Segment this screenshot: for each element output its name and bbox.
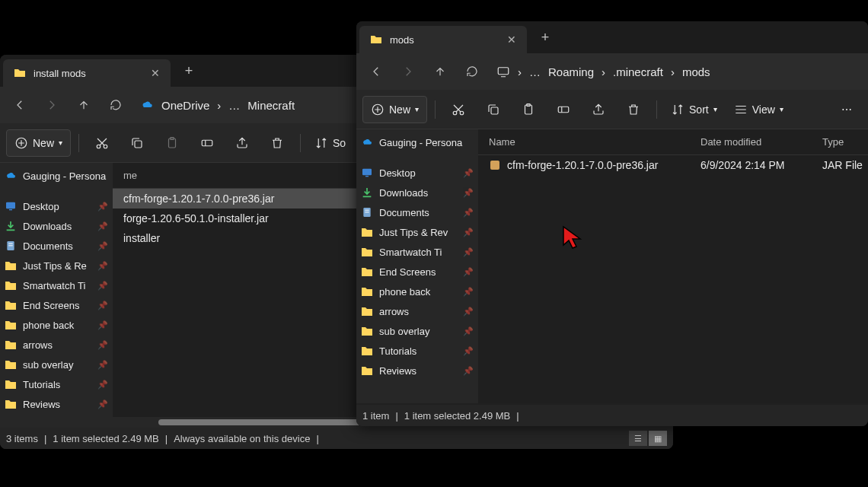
status-bar: 1 item| 1 item selected 2.49 MB| xyxy=(356,405,868,426)
rename-button[interactable] xyxy=(548,96,579,123)
column-type[interactable]: Type xyxy=(822,136,868,148)
folder-icon xyxy=(370,33,382,46)
sidebar-item[interactable]: Just Tips & Re📌 xyxy=(0,256,113,275)
pin-icon: 📌 xyxy=(463,168,474,178)
pin-icon: 📌 xyxy=(463,287,474,297)
cut-button[interactable] xyxy=(443,96,474,123)
refresh-button[interactable] xyxy=(101,90,131,120)
svg-rect-7 xyxy=(6,202,15,209)
breadcrumb[interactable]: › … Roaming › .minecraft › mods xyxy=(496,65,710,78)
status-availability: Always available on this device xyxy=(174,433,310,444)
explorer-window-front[interactable]: mods ✕ + › … Roaming › .minecraft › mods… xyxy=(356,21,868,426)
sidebar-item[interactable]: End Screens📌 xyxy=(0,295,113,315)
sidebar-item[interactable]: sub overlay📌 xyxy=(0,355,113,374)
share-button[interactable] xyxy=(227,129,257,157)
pin-icon: 📌 xyxy=(463,366,474,376)
delete-button[interactable] xyxy=(618,96,649,123)
pc-icon xyxy=(496,65,510,78)
pin-icon: 📌 xyxy=(463,307,474,317)
sidebar-item[interactable]: phone back📌 xyxy=(356,282,478,301)
sidebar-item[interactable]: Desktop📌 xyxy=(356,163,478,183)
svg-rect-10 xyxy=(8,244,12,244)
new-button[interactable]: New ▾ xyxy=(362,96,427,123)
pin-icon: 📌 xyxy=(97,261,108,271)
back-button[interactable] xyxy=(361,56,391,87)
column-name[interactable]: Name xyxy=(478,136,700,148)
sidebar-item[interactable]: sub overlay📌 xyxy=(356,321,478,341)
column-date[interactable]: Date modified xyxy=(700,136,822,148)
up-button[interactable] xyxy=(425,56,455,87)
column-headers[interactable]: Name Date modified Type xyxy=(478,129,868,155)
new-tab-button[interactable]: + xyxy=(531,24,559,51)
paste-button[interactable] xyxy=(157,129,187,157)
sidebar-item[interactable]: Documents📌 xyxy=(356,202,478,222)
sidebar-item[interactable]: Desktop📌 xyxy=(0,196,113,216)
status-selected: 1 item selected 2.49 MB xyxy=(53,433,158,444)
tab-bar: mods ✕ + xyxy=(356,21,868,53)
close-icon[interactable]: ✕ xyxy=(151,67,160,79)
file-list[interactable]: Name Date modified Type cfm-forge-1.20.1… xyxy=(478,129,868,403)
tab-mods[interactable]: mods ✕ xyxy=(359,26,527,53)
sidebar: Gauging - Persona Desktop📌Downloads📌Docu… xyxy=(0,163,113,449)
sidebar-item[interactable]: Reviews📌 xyxy=(356,361,478,380)
delete-button[interactable] xyxy=(262,129,292,157)
file-date: 6/9/2024 2:14 PM xyxy=(700,159,822,171)
onedrive-icon xyxy=(361,136,373,148)
tab-install-mods[interactable]: install mods ✕ xyxy=(3,59,171,87)
crumb-roaming[interactable]: Roaming xyxy=(548,65,594,78)
sidebar-item[interactable]: End Screens📌 xyxy=(356,262,478,282)
crumb-onedrive[interactable]: OneDrive xyxy=(161,99,209,112)
new-tab-button[interactable]: + xyxy=(175,57,203,84)
sidebar-item[interactable]: Downloads📌 xyxy=(0,216,113,236)
sidebar-item[interactable]: Documents📌 xyxy=(0,236,113,256)
view-icons-button[interactable]: ▦ xyxy=(649,431,667,446)
chevron-right-icon: › xyxy=(602,65,605,78)
forward-button[interactable] xyxy=(393,56,423,87)
sidebar-onedrive[interactable]: Gauging - Persona xyxy=(0,166,113,186)
back-button[interactable] xyxy=(5,90,35,120)
up-button[interactable] xyxy=(69,90,99,120)
sidebar-onedrive[interactable]: Gauging - Persona xyxy=(356,132,478,152)
rename-button[interactable] xyxy=(192,129,222,157)
crumb-folder[interactable]: Minecraft xyxy=(247,99,295,112)
close-icon[interactable]: ✕ xyxy=(507,33,516,46)
view-button[interactable]: View ▾ xyxy=(728,96,790,123)
svg-rect-21 xyxy=(365,176,369,177)
new-button[interactable]: New ▾ xyxy=(6,129,71,157)
view-details-button[interactable]: ☰ xyxy=(629,431,647,446)
sidebar-item[interactable]: arrows📌 xyxy=(0,335,113,355)
more-button[interactable]: ⋯ xyxy=(831,96,862,123)
svg-rect-3 xyxy=(135,141,142,148)
refresh-button[interactable] xyxy=(457,56,487,87)
forward-button[interactable] xyxy=(37,90,67,120)
svg-rect-19 xyxy=(558,107,569,113)
crumb-minecraft[interactable]: .minecraft xyxy=(613,65,663,78)
sidebar-item[interactable]: Tutorials📌 xyxy=(356,341,478,361)
sidebar-item[interactable]: Just Tips & Rev📌 xyxy=(356,222,478,242)
ellipsis[interactable]: … xyxy=(228,99,240,112)
cut-button[interactable] xyxy=(87,129,117,157)
crumb-mods[interactable]: mods xyxy=(682,65,710,78)
sidebar-item[interactable]: Tutorials📌 xyxy=(0,374,113,394)
sort-button[interactable]: Sort ▾ xyxy=(665,96,723,123)
pin-icon: 📌 xyxy=(97,320,108,330)
copy-button[interactable] xyxy=(122,129,152,157)
pin-icon: 📌 xyxy=(463,228,474,237)
toolbar: New ▾ Sort ▾ View ▾ ⋯ xyxy=(356,90,868,129)
sidebar-item[interactable]: Smartwatch Ti📌 xyxy=(356,242,478,262)
ellipsis[interactable]: … xyxy=(529,65,541,78)
sidebar-item[interactable]: arrows📌 xyxy=(356,301,478,321)
file-row[interactable]: cfm-forge-1.20.1-7.0.0-pre36.jar 6/9/202… xyxy=(478,155,868,175)
sort-button[interactable]: So xyxy=(308,129,352,157)
pin-icon: 📌 xyxy=(97,241,108,251)
sidebar-item[interactable]: Smartwatch Ti📌 xyxy=(0,275,113,295)
onedrive-icon xyxy=(140,98,154,112)
sidebar-item[interactable]: Reviews📌 xyxy=(0,394,113,414)
paste-button[interactable] xyxy=(513,96,544,123)
breadcrumb[interactable]: OneDrive › … Minecraft xyxy=(140,98,295,112)
share-button[interactable] xyxy=(583,96,614,123)
sidebar-item[interactable]: phone back📌 xyxy=(0,315,113,335)
copy-button[interactable] xyxy=(478,96,509,123)
pin-icon: 📌 xyxy=(463,247,474,257)
sidebar-item[interactable]: Downloads📌 xyxy=(356,183,478,202)
